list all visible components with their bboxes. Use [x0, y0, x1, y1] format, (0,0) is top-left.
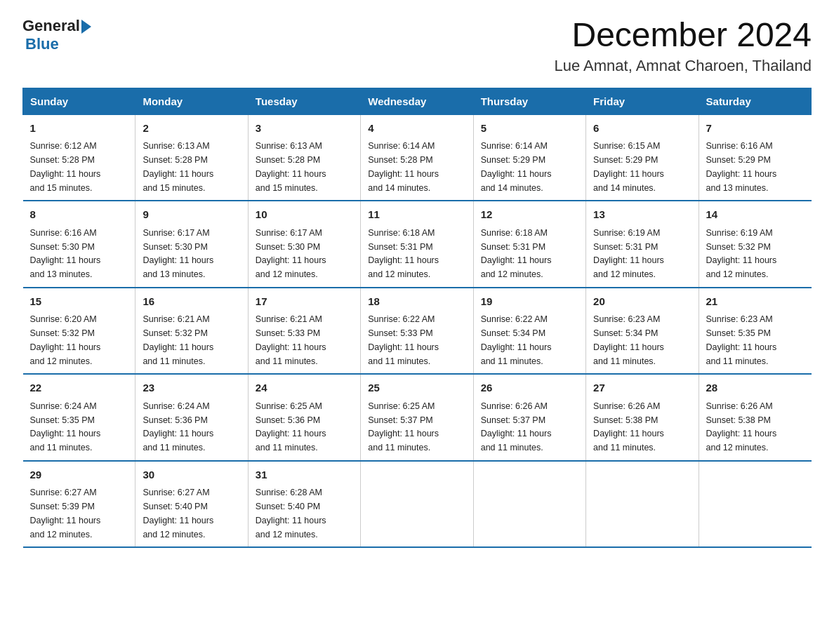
logo-general-text: General	[22, 17, 80, 35]
calendar-cell: 5 Sunrise: 6:14 AMSunset: 5:29 PMDayligh…	[473, 114, 585, 201]
day-info: Sunrise: 6:28 AMSunset: 5:40 PMDaylight:…	[256, 488, 326, 539]
week-row-2: 8 Sunrise: 6:16 AMSunset: 5:30 PMDayligh…	[23, 201, 812, 288]
day-number: 4	[368, 121, 465, 137]
day-info: Sunrise: 6:12 AMSunset: 5:28 PMDaylight:…	[30, 141, 101, 192]
header-friday: Friday	[586, 88, 699, 114]
calendar-cell: 12 Sunrise: 6:18 AMSunset: 5:31 PMDaylig…	[473, 201, 585, 288]
day-info: Sunrise: 6:19 AMSunset: 5:31 PMDaylight:…	[593, 228, 664, 279]
day-number: 18	[368, 294, 465, 310]
day-info: Sunrise: 6:26 AMSunset: 5:37 PMDaylight:…	[481, 401, 552, 452]
day-info: Sunrise: 6:17 AMSunset: 5:30 PMDaylight:…	[256, 228, 326, 279]
page-header: General Blue December 2024 Lue Amnat, Am…	[22, 17, 812, 75]
calendar-header: SundayMondayTuesdayWednesdayThursdayFrid…	[23, 88, 812, 114]
header-saturday: Saturday	[699, 88, 811, 114]
day-info: Sunrise: 6:22 AMSunset: 5:34 PMDaylight:…	[481, 314, 552, 365]
day-info: Sunrise: 6:27 AMSunset: 5:39 PMDaylight:…	[30, 488, 101, 539]
day-info: Sunrise: 6:20 AMSunset: 5:32 PMDaylight:…	[30, 314, 101, 365]
calendar-cell: 24 Sunrise: 6:25 AMSunset: 5:36 PMDaylig…	[248, 374, 360, 461]
day-info: Sunrise: 6:25 AMSunset: 5:37 PMDaylight:…	[368, 401, 439, 452]
day-number: 28	[706, 380, 805, 396]
calendar-cell	[473, 461, 585, 548]
day-number: 10	[256, 207, 353, 223]
day-info: Sunrise: 6:26 AMSunset: 5:38 PMDaylight:…	[593, 401, 664, 452]
calendar-cell: 11 Sunrise: 6:18 AMSunset: 5:31 PMDaylig…	[361, 201, 473, 288]
day-number: 2	[143, 121, 240, 137]
calendar-cell: 10 Sunrise: 6:17 AMSunset: 5:30 PMDaylig…	[248, 201, 360, 288]
day-info: Sunrise: 6:21 AMSunset: 5:33 PMDaylight:…	[256, 314, 326, 365]
day-number: 16	[143, 294, 240, 310]
calendar-table: SundayMondayTuesdayWednesdayThursdayFrid…	[22, 88, 812, 549]
header-monday: Monday	[135, 88, 248, 114]
day-info: Sunrise: 6:24 AMSunset: 5:35 PMDaylight:…	[30, 401, 101, 452]
day-info: Sunrise: 6:13 AMSunset: 5:28 PMDaylight:…	[256, 141, 326, 192]
day-number: 23	[143, 380, 240, 396]
calendar-cell: 25 Sunrise: 6:25 AMSunset: 5:37 PMDaylig…	[361, 374, 473, 461]
day-number: 25	[368, 380, 465, 396]
calendar-cell: 8 Sunrise: 6:16 AMSunset: 5:30 PMDayligh…	[23, 201, 135, 288]
calendar-cell: 1 Sunrise: 6:12 AMSunset: 5:28 PMDayligh…	[23, 114, 135, 201]
calendar-cell	[699, 461, 811, 548]
calendar-cell: 16 Sunrise: 6:21 AMSunset: 5:32 PMDaylig…	[135, 288, 248, 375]
logo: General Blue	[22, 17, 91, 53]
day-number: 6	[593, 121, 691, 137]
day-number: 21	[706, 294, 805, 310]
calendar-cell: 13 Sunrise: 6:19 AMSunset: 5:31 PMDaylig…	[586, 201, 699, 288]
day-info: Sunrise: 6:23 AMSunset: 5:35 PMDaylight:…	[706, 314, 777, 365]
day-number: 30	[143, 467, 240, 483]
header-tuesday: Tuesday	[248, 88, 360, 114]
day-info: Sunrise: 6:18 AMSunset: 5:31 PMDaylight:…	[481, 228, 552, 279]
calendar-cell: 28 Sunrise: 6:26 AMSunset: 5:38 PMDaylig…	[699, 374, 811, 461]
day-number: 19	[481, 294, 578, 310]
week-row-4: 22 Sunrise: 6:24 AMSunset: 5:35 PMDaylig…	[23, 374, 812, 461]
day-number: 17	[256, 294, 353, 310]
day-number: 7	[706, 121, 805, 137]
header-wednesday: Wednesday	[361, 88, 473, 114]
calendar-cell	[586, 461, 699, 548]
title-block: December 2024 Lue Amnat, Amnat Charoen, …	[554, 17, 812, 75]
day-number: 13	[593, 207, 691, 223]
calendar-cell: 2 Sunrise: 6:13 AMSunset: 5:28 PMDayligh…	[135, 114, 248, 201]
calendar-subtitle: Lue Amnat, Amnat Charoen, Thailand	[554, 57, 812, 75]
day-info: Sunrise: 6:27 AMSunset: 5:40 PMDaylight:…	[143, 488, 213, 539]
calendar-title: December 2024	[554, 17, 812, 54]
day-number: 14	[706, 207, 805, 223]
day-info: Sunrise: 6:13 AMSunset: 5:28 PMDaylight:…	[143, 141, 213, 192]
day-info: Sunrise: 6:21 AMSunset: 5:32 PMDaylight:…	[143, 314, 213, 365]
calendar-cell: 9 Sunrise: 6:17 AMSunset: 5:30 PMDayligh…	[135, 201, 248, 288]
day-number: 5	[481, 121, 578, 137]
day-info: Sunrise: 6:22 AMSunset: 5:33 PMDaylight:…	[368, 314, 439, 365]
week-row-5: 29 Sunrise: 6:27 AMSunset: 5:39 PMDaylig…	[23, 461, 812, 548]
calendar-cell: 29 Sunrise: 6:27 AMSunset: 5:39 PMDaylig…	[23, 461, 135, 548]
calendar-cell: 19 Sunrise: 6:22 AMSunset: 5:34 PMDaylig…	[473, 288, 585, 375]
logo-blue-text: Blue	[25, 35, 91, 53]
calendar-cell: 4 Sunrise: 6:14 AMSunset: 5:28 PMDayligh…	[361, 114, 473, 201]
header-sunday: Sunday	[23, 88, 135, 114]
calendar-cell: 3 Sunrise: 6:13 AMSunset: 5:28 PMDayligh…	[248, 114, 360, 201]
day-info: Sunrise: 6:15 AMSunset: 5:29 PMDaylight:…	[593, 141, 664, 192]
calendar-cell: 20 Sunrise: 6:23 AMSunset: 5:34 PMDaylig…	[586, 288, 699, 375]
calendar-cell	[361, 461, 473, 548]
calendar-cell: 6 Sunrise: 6:15 AMSunset: 5:29 PMDayligh…	[586, 114, 699, 201]
day-number: 11	[368, 207, 465, 223]
day-number: 3	[256, 121, 353, 137]
day-info: Sunrise: 6:26 AMSunset: 5:38 PMDaylight:…	[706, 401, 777, 452]
week-row-3: 15 Sunrise: 6:20 AMSunset: 5:32 PMDaylig…	[23, 288, 812, 375]
day-info: Sunrise: 6:23 AMSunset: 5:34 PMDaylight:…	[593, 314, 664, 365]
calendar-cell: 27 Sunrise: 6:26 AMSunset: 5:38 PMDaylig…	[586, 374, 699, 461]
day-number: 20	[593, 294, 691, 310]
day-number: 26	[481, 380, 578, 396]
day-number: 29	[30, 467, 128, 483]
calendar-cell: 22 Sunrise: 6:24 AMSunset: 5:35 PMDaylig…	[23, 374, 135, 461]
day-info: Sunrise: 6:14 AMSunset: 5:29 PMDaylight:…	[481, 141, 552, 192]
day-info: Sunrise: 6:14 AMSunset: 5:28 PMDaylight:…	[368, 141, 439, 192]
day-info: Sunrise: 6:18 AMSunset: 5:31 PMDaylight:…	[368, 228, 439, 279]
calendar-cell: 30 Sunrise: 6:27 AMSunset: 5:40 PMDaylig…	[135, 461, 248, 548]
calendar-cell: 14 Sunrise: 6:19 AMSunset: 5:32 PMDaylig…	[699, 201, 811, 288]
calendar-cell: 7 Sunrise: 6:16 AMSunset: 5:29 PMDayligh…	[699, 114, 811, 201]
day-number: 12	[481, 207, 578, 223]
calendar-cell: 18 Sunrise: 6:22 AMSunset: 5:33 PMDaylig…	[361, 288, 473, 375]
logo-arrow-icon	[81, 20, 91, 34]
calendar-cell: 21 Sunrise: 6:23 AMSunset: 5:35 PMDaylig…	[699, 288, 811, 375]
day-number: 15	[30, 294, 128, 310]
calendar-cell: 26 Sunrise: 6:26 AMSunset: 5:37 PMDaylig…	[473, 374, 585, 461]
